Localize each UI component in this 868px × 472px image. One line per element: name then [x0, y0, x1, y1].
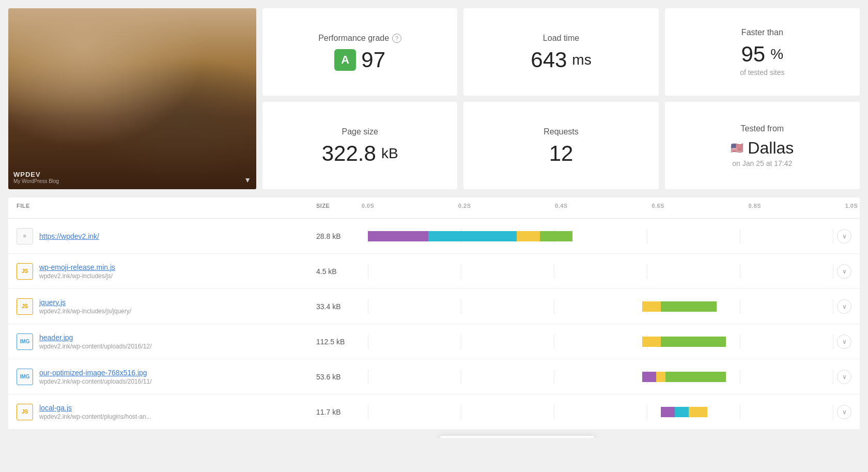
bar-segment [642, 372, 656, 382]
th-timeline: 0.0s 0.2s 0.4s 0.6s 0.8s 1.0s [368, 203, 851, 213]
file-cell: JSwp-emoji-release.min.jswpdev2.ink/wp-i… [17, 263, 316, 280]
file-name[interactable]: our-optimized-image-768x516.jpg [39, 369, 151, 377]
metric-requests: Requests 12 [463, 102, 658, 189]
bar-segment [661, 301, 717, 312]
size-cell: 11.7 kB [316, 408, 368, 416]
row-right: ∨ [368, 299, 851, 314]
expand-button[interactable]: ∨ [837, 334, 851, 349]
file-name[interactable]: jquery.js [39, 298, 131, 307]
expand-button[interactable]: ∨ [837, 370, 851, 384]
metric-load-time: Load time 643 ms [463, 8, 658, 96]
bar-segment [428, 231, 517, 241]
page-size-value: 322.8 kB [322, 143, 398, 164]
file-path: wpdev2.ink/wp-includes/js/jquery/ [39, 308, 131, 315]
table-container: FILE SIZE 0.0s 0.2s 0.4s 0.6s 0.8s 1.0s … [8, 197, 860, 430]
table-row: JSwp-emoji-release.min.jswpdev2.ink/wp-i… [8, 254, 860, 289]
size-cell: 53.6 kB [316, 373, 368, 381]
site-name: WPDEV [13, 171, 59, 178]
th-file: FILE [17, 203, 316, 213]
bar-segment [661, 337, 726, 347]
flag-icon: 🇺🇸 [731, 143, 743, 153]
file-path: wpdev2.ink/wp-includes/js/ [39, 272, 115, 280]
file-path: wpdev2.ink/wp-content/plugins/host-an... [39, 413, 151, 420]
metric-faster-than: Faster than 95 % of tested sites [665, 8, 860, 96]
svg-point-4 [112, 114, 153, 125]
row-right: ∨ [368, 334, 851, 349]
requests-label: Requests [544, 127, 579, 136]
size-cell: 28.8 kB [316, 232, 368, 240]
file-info: https://wpdev2.ink/ [39, 232, 99, 240]
bar-segment [540, 231, 572, 241]
load-time-label: Load time [543, 34, 579, 43]
load-time-value: 643 ms [531, 49, 591, 71]
svg-point-5 [70, 161, 194, 176]
file-info: jquery.jswpdev2.ink/wp-includes/js/jquer… [39, 298, 131, 315]
row-right: ∨ [368, 405, 851, 419]
table-row: JSlocal-ga.jswpdev2.ink/wp-content/plugi… [8, 394, 860, 430]
expand-button[interactable]: ∨ [837, 264, 851, 279]
file-info: header.jpgwpdev2.ink/wp-content/uploads/… [39, 333, 151, 350]
bar-segment [642, 301, 661, 312]
file-icon-img: IMG [17, 333, 33, 350]
file-name[interactable]: header.jpg [39, 333, 151, 342]
svg-rect-0 [8, 8, 256, 189]
bar-segment [661, 407, 675, 417]
tested-from-date: on Jan 25 at 17:42 [732, 159, 792, 168]
file-name[interactable]: local-ga.js [39, 404, 151, 412]
metrics-grid: Performance grade ? A 97 Load time 643 m… [262, 8, 860, 189]
faster-than-value: 95 % [741, 43, 784, 65]
table-header: FILE SIZE 0.0s 0.2s 0.4s 0.6s 0.8s 1.0s [8, 197, 860, 219]
row-right: ∨ [368, 229, 851, 243]
bar-segment [689, 407, 707, 417]
timeline-cell [368, 299, 833, 314]
row-right: ∨ [368, 264, 851, 279]
performance-grade-value: A 97 [334, 49, 385, 71]
file-name[interactable]: wp-emoji-release.min.js [39, 263, 115, 271]
metric-performance-grade: Performance grade ? A 97 [262, 8, 457, 96]
bar-segment [642, 337, 661, 347]
row-right: ∨ [368, 370, 851, 384]
info-icon[interactable]: ? [392, 34, 401, 43]
th-size: SIZE [316, 203, 368, 213]
timeline-cell [368, 334, 833, 349]
table-row: IMGheader.jpgwpdev2.ink/wp-content/uploa… [8, 324, 860, 359]
expand-button[interactable]: ∨ [837, 299, 851, 314]
faster-than-sub: of tested sites [740, 68, 784, 77]
file-path: wpdev2.ink/wp-content/uploads/2016/12/ [39, 343, 151, 350]
site-sub: My WordPress Blog [13, 178, 59, 184]
timeline-cell [368, 405, 833, 419]
file-icon-js: JS [17, 298, 33, 315]
file-icon-img: IMG [17, 369, 33, 385]
size-cell: 4.5 kB [316, 267, 368, 276]
timeline-cell [368, 264, 833, 279]
table-section: FILE SIZE 0.0s 0.2s 0.4s 0.6s 0.8s 1.0s … [0, 197, 868, 438]
file-name[interactable]: https://wpdev2.ink/ [39, 232, 99, 240]
file-info: wp-emoji-release.min.jswpdev2.ink/wp-inc… [39, 263, 115, 280]
bar-segment [517, 231, 540, 241]
requests-value: 12 [549, 143, 574, 164]
expand-button[interactable]: ∨ [837, 229, 851, 243]
metric-page-size: Page size 322.8 kB [262, 102, 457, 189]
file-icon-html: ≡ [17, 228, 33, 245]
file-cell: JSjquery.jswpdev2.ink/wp-includes/js/jqu… [17, 298, 316, 315]
file-cell: JSlocal-ga.jswpdev2.ink/wp-content/plugi… [17, 404, 316, 420]
file-path: wpdev2.ink/wp-content/uploads/2016/11/ [39, 378, 151, 385]
size-cell: 112.5 kB [316, 338, 368, 346]
svg-rect-1 [112, 8, 256, 112]
table-rows: ≡https://wpdev2.ink/28.8 kB∨JSwp-emoji-r… [8, 219, 860, 430]
svg-point-3 [104, 148, 161, 169]
expand-button[interactable]: ∨ [837, 405, 851, 419]
bar-segment [675, 407, 689, 417]
faster-than-label: Faster than [741, 28, 783, 37]
timeline-cell [368, 370, 833, 384]
metric-tested-from: Tested from 🇺🇸 Dallas on Jan 25 at 17:42 [665, 102, 860, 189]
bar-segment [656, 372, 665, 382]
tooltip-overlay: DNS0 msSSL119 msConnect171 msSend0 msWai… [440, 435, 595, 438]
grade-badge: A [334, 49, 356, 71]
bar-segment [665, 372, 726, 382]
screenshot-label: WPDEV My WordPress Blog [13, 171, 59, 184]
file-info: local-ga.jswpdev2.ink/wp-content/plugins… [39, 404, 151, 420]
file-icon-js: JS [17, 404, 33, 420]
performance-grade-label: Performance grade ? [318, 34, 401, 43]
page-size-label: Page size [342, 127, 378, 136]
